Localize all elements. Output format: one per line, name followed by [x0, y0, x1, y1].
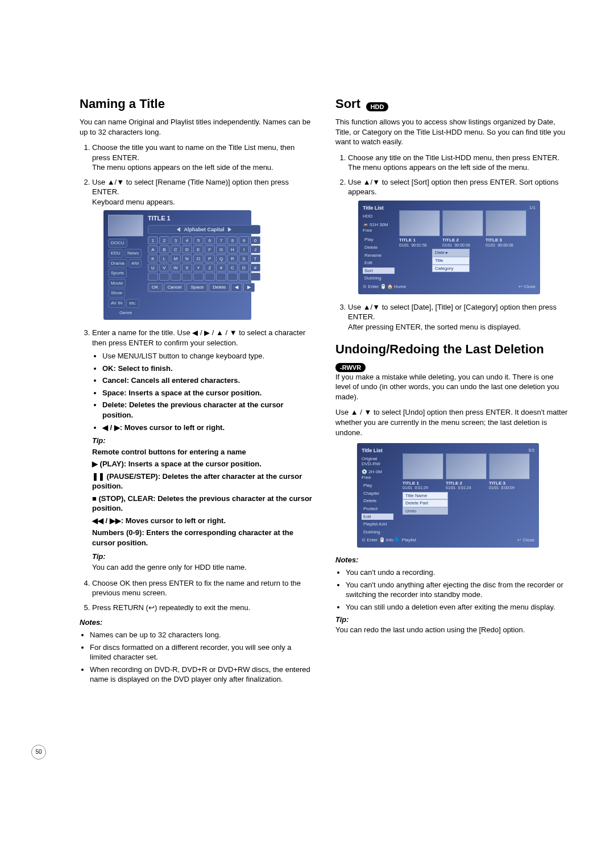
figure-footer-right: ↩ Close: [517, 537, 534, 543]
key: [182, 273, 192, 281]
key: [205, 273, 215, 281]
key: H: [227, 245, 238, 253]
menu-item: Dubbing: [363, 275, 395, 282]
sort-figure: Title List HDD 📼 01H 30M Free Play Delet…: [358, 201, 540, 294]
key: 6: [205, 236, 215, 244]
remote-buttons-head: Remote control buttons for entering a na…: [92, 448, 246, 456]
key-cancel: Cancel: [164, 283, 186, 292]
key: 7: [216, 236, 226, 244]
genre-label: Genre: [108, 310, 143, 316]
menu-item: Play: [362, 482, 393, 489]
thumbnail-image: [399, 210, 440, 236]
undo-p1: If you make a mistake while deleting, yo…: [335, 372, 569, 402]
menu-item: Rename: [363, 252, 395, 259]
popup-item: Category: [432, 265, 470, 273]
undo-mode: Original: [362, 456, 398, 462]
keyboard-figure: DOCU EDU News Drama ANI Sports Movie Sho…: [103, 210, 251, 320]
figure-footer-right: ↩ Close: [518, 284, 536, 290]
key: C: [227, 264, 238, 272]
naming-steps: Choose the title you want to name on the…: [80, 143, 313, 612]
remote-tip-play: ▶ (PLAY): Inserts a space at the cursor …: [92, 459, 313, 469]
popup-item: Title: [432, 257, 470, 265]
left-column: Naming a Title You can name Original and…: [80, 97, 313, 688]
thumbnail-image: [446, 453, 487, 479]
key: C: [171, 245, 181, 253]
thumb-item: TITLE 2 01/01 00:00:58: [442, 210, 482, 248]
menu-item: Edit: [363, 260, 395, 266]
key: E: [193, 245, 204, 253]
key: O: [193, 254, 204, 262]
undo-tip: You can redo the last undo action using …: [335, 625, 569, 635]
undo-p2: Use ▲ / ▼ to select [Undo] option then p…: [335, 407, 569, 437]
genre-tab: etc.: [126, 299, 139, 308]
page-container: Naming a Title You can name Original and…: [0, 0, 614, 711]
thumbnail-image: [486, 210, 526, 236]
key: N: [182, 254, 192, 262]
key: M: [171, 254, 181, 262]
step-5: Press RETURN (↩) repeatedly to exit the …: [92, 603, 313, 613]
popup-item-selected: Undo: [403, 507, 448, 515]
keyboard-title: TITLE 1: [148, 215, 260, 222]
genre-tab: Drama: [108, 259, 127, 268]
sort-intro: This function allows you to access show …: [335, 117, 569, 147]
key: 4: [182, 236, 192, 244]
right-arrow-icon: [228, 227, 231, 232]
bullet-item: Delete: Deletes the previous character a…: [102, 400, 313, 420]
key: Q: [216, 254, 226, 262]
key-row-blank: [148, 273, 260, 281]
undo-heading: Undoing/Redoing the Last Deletion: [335, 342, 544, 357]
sort-popup: Date ▸ Title Category: [432, 249, 536, 272]
figure-footer-left: ⊙ Enter 🖱️ Info 🔵 Playlist: [362, 537, 416, 543]
left-arrow-icon: [177, 227, 180, 232]
note-item: Names can be up to 32 characters long.: [90, 630, 313, 640]
key: J: [250, 245, 260, 253]
popup-item: Title Name: [403, 492, 448, 500]
genre-tab: Show: [108, 289, 125, 298]
genre-tab: DOCU: [108, 239, 127, 248]
key: 1: [148, 236, 158, 244]
key: [250, 273, 260, 281]
remote-tip-pause: ❚❚ (PAUSE/STEP): Deletes the after chara…: [92, 471, 313, 491]
note-item: For discs formatted on a different recor…: [90, 642, 313, 662]
hdd-badge: HDD: [366, 102, 389, 111]
step-1: Choose the title you want to name on the…: [92, 143, 313, 173]
menu-item: Delete: [362, 498, 393, 504]
keyboard-mode-bar: Alphabet Capital: [148, 225, 260, 235]
key: W: [171, 264, 181, 272]
step-2: Use ▲/▼ to select [Rename (Title Name)] …: [92, 177, 313, 320]
bullet-item: Use MENU/LIST button to change keyboard …: [102, 351, 313, 361]
page-number: 50: [31, 745, 46, 760]
rwvr-badge: -RWVR: [335, 363, 366, 372]
tip-heading: Tip:: [335, 615, 569, 624]
key: V: [159, 264, 169, 272]
key: 9: [239, 236, 249, 244]
sort-list-title: Title List: [363, 205, 395, 211]
key-space: Space: [186, 283, 208, 292]
key: 5: [193, 236, 204, 244]
key: [159, 273, 169, 281]
note-item: When recording on DVD-R, DVD+R or DVD+RW…: [90, 665, 313, 685]
key: R: [227, 254, 238, 262]
bullet-item: OK: Select to finish.: [102, 364, 313, 374]
bullet-item: Cancel: Cancels all entered characters.: [102, 375, 313, 386]
key: I: [239, 245, 249, 253]
step-3: Enter a name for the title. Use ◀ / ▶ / …: [92, 328, 313, 572]
menu-item-selected: Sort: [363, 268, 395, 274]
figure-footer-left: ⊙ Enter 🖱️ 🏠 Home: [363, 284, 406, 290]
naming-intro: You can name Original and Playlist title…: [80, 117, 313, 137]
thumbnail-image: [403, 453, 443, 479]
key: [227, 273, 238, 281]
key: 2: [159, 236, 169, 244]
notes-heading: Notes:: [335, 556, 569, 564]
key: F: [205, 245, 215, 253]
tip-heading: Tip:: [92, 552, 313, 562]
step-4: Choose OK then press ENTER to fix the na…: [92, 578, 313, 598]
remote-tip-stop: ■ (STOP), CLEAR: Deletes the previous ch…: [92, 494, 313, 514]
sort-heading: Sort: [335, 97, 360, 111]
thumb-item: TITLE 1 01/01 0:01:29: [403, 453, 442, 491]
key: Z: [205, 264, 215, 272]
key: P: [205, 254, 215, 262]
sort-time: 📼 01H 30M: [363, 222, 395, 228]
key-row-actions: OK Cancel Space Delete ◀ ▶: [148, 283, 260, 292]
sort-page-num: 1/1: [399, 205, 536, 211]
